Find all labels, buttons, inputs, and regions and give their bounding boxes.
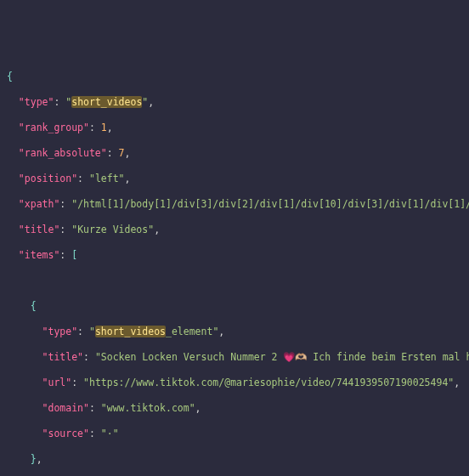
json-key: items — [25, 249, 54, 261]
json-value: 7 — [119, 147, 125, 159]
json-key: type — [25, 96, 48, 108]
json-line: }, — [7, 453, 462, 466]
json-value: 1 — [101, 122, 107, 133]
json-key: rank_absolute — [25, 147, 101, 159]
json-code-block: { "type": "short_videos", "rank_group": … — [7, 58, 462, 476]
json-line: { — [7, 300, 462, 313]
json-key: xpath — [25, 198, 54, 210]
json-key: title — [25, 224, 54, 235]
json-line: "domain": "www.tiktok.com", — [7, 402, 462, 415]
json-array-items: { "type": "short_videos_element", "title… — [7, 300, 462, 476]
json-line: "source": "·" — [7, 428, 462, 440]
json-value: "/html[1]/body[1]/div[3]/div[2]/div[1]/d… — [71, 198, 469, 210]
json-key: rank_group — [25, 122, 83, 133]
json-value: "Kurze Videos" — [71, 224, 154, 235]
json-line: "type": "short_videos_element", — [7, 326, 462, 338]
search-highlight: short_videos — [95, 326, 166, 337]
search-highlight: short_videos — [71, 96, 142, 108]
json-key: position — [25, 173, 71, 184]
json-line: "title": "Socken Locken Versuch Nummer 2… — [7, 351, 462, 364]
json-line: "url": "https://www.tiktok.com/@mariesop… — [7, 377, 462, 389]
json-value: "left" — [89, 173, 125, 184]
